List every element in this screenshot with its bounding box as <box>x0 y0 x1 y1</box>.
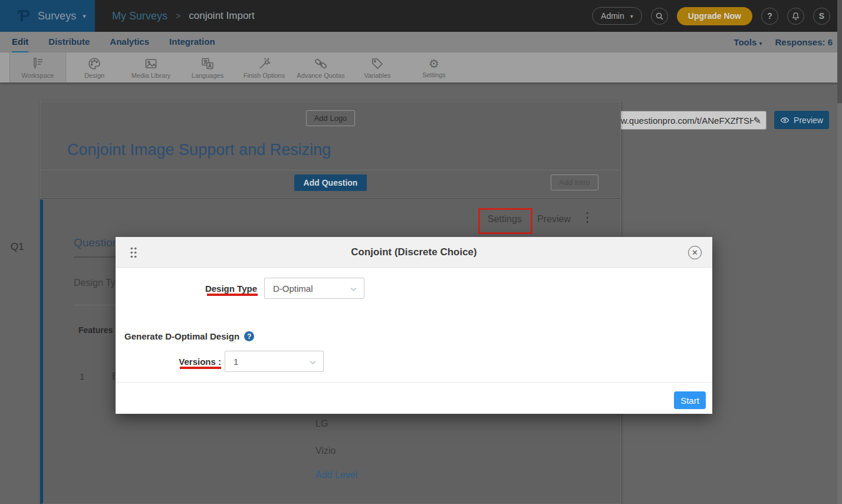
product-switcher[interactable]: Ƥ Surveys ▾ <box>0 0 95 32</box>
question-design-type-text: Design Typ <box>74 278 121 288</box>
notifications-button[interactable] <box>787 8 804 25</box>
user-avatar[interactable]: S <box>813 8 830 25</box>
caret-down-icon: ▾ <box>759 40 762 47</box>
design-type-label: Design Type <box>116 284 257 294</box>
finish-options-icon <box>257 57 271 71</box>
survey-preview-button[interactable]: Preview <box>774 111 829 129</box>
tab-distribute[interactable]: Distribute <box>48 32 90 52</box>
questionpro-survey-editor: Ƥ Surveys ▾ My Surveys > conjoint Import… <box>0 0 842 504</box>
breadcrumb-current-survey: conjoint Import <box>189 10 255 22</box>
add-intro-button[interactable]: Add Intro <box>551 174 598 190</box>
tools-menu[interactable]: Tools ▾ <box>734 37 762 47</box>
upgrade-now-button[interactable]: Upgrade Now <box>677 7 752 25</box>
level-item[interactable]: Vizio <box>315 446 336 456</box>
toolbar-media-library[interactable]: Media Library <box>123 52 179 83</box>
breadcrumb: My Surveys > conjoint Import <box>112 0 255 32</box>
search-button[interactable] <box>651 8 668 25</box>
help-button[interactable]: ? <box>761 8 778 25</box>
question-header-label: Question <box>74 236 119 249</box>
toolbar-languages[interactable]: Languages <box>179 52 236 83</box>
question-number-label: Q1 <box>11 241 24 253</box>
conjoint-settings-modal: Conjoint (Discrete Choice) ✕ Design Type… <box>116 237 712 414</box>
vertical-scrollbar[interactable] <box>837 0 842 504</box>
responses-count: Responses: 6 <box>775 37 833 47</box>
generate-heading-text: Generate D-Optimal Design <box>124 331 239 341</box>
question-preview-button[interactable]: Preview <box>537 214 571 225</box>
add-logo-button[interactable]: Add Logo <box>306 110 356 126</box>
design-type-value: D-Optimal <box>273 284 313 294</box>
settings-icon: ⚙ <box>429 57 439 70</box>
breadcrumb-separator: > <box>176 11 180 21</box>
toolbar-settings[interactable]: ⚙ Settings <box>406 52 462 83</box>
bell-icon <box>791 12 800 21</box>
modal-footer: Start <box>116 382 712 414</box>
modal-header: Conjoint (Discrete Choice) ✕ <box>116 237 712 268</box>
versions-annotation-underline <box>180 367 221 369</box>
caret-down-icon: ▾ <box>83 12 86 20</box>
product-name: Surveys <box>38 10 76 22</box>
variables-icon <box>370 57 384 71</box>
toolbar-label: Media Library <box>131 72 171 79</box>
tools-label: Tools <box>734 37 757 47</box>
caret-down-icon: ▾ <box>630 13 633 19</box>
tab-edit[interactable]: Edit <box>12 32 28 52</box>
question-mark-icon: ? <box>767 11 772 21</box>
modal-close-button[interactable]: ✕ <box>688 246 702 259</box>
toolbar-label: Finish Options <box>244 72 285 79</box>
features-column-header: Features <box>78 325 113 335</box>
tabs-right-group: Tools ▾ Responses: 6 <box>734 32 833 52</box>
versions-label: Versions : <box>116 357 221 367</box>
toolbar-label: Advance Quotas <box>297 72 344 79</box>
media-library-icon <box>144 57 158 71</box>
breadcrumb-my-surveys[interactable]: My Surveys <box>112 10 167 22</box>
questionpro-logo-icon: Ƥ <box>18 7 30 25</box>
feature-row-number: 1 <box>80 371 84 381</box>
navbar-actions: Admin ▾ Upgrade Now ? S <box>592 0 830 32</box>
edit-url-pencil-icon[interactable]: ✎ <box>754 115 761 126</box>
toolbar-cells: Workspace Design Media Library Languages… <box>9 52 462 83</box>
drag-handle-icon[interactable] <box>130 246 137 259</box>
chevron-down-icon <box>308 358 317 367</box>
toolbar-advance-quotas[interactable]: Advance Quotas <box>292 52 349 83</box>
admin-menu-button[interactable]: Admin ▾ <box>592 7 642 25</box>
divider <box>41 170 620 170</box>
help-icon[interactable]: ? <box>244 331 254 341</box>
settings-annotation-red-box <box>478 208 532 234</box>
toolbar-finish-options[interactable]: Finish Options <box>236 52 292 83</box>
design-type-select[interactable]: D-Optimal <box>264 278 364 299</box>
scrollbar-thumb[interactable] <box>837 0 842 103</box>
toolbar-label: Design <box>84 72 104 79</box>
start-button[interactable]: Start <box>674 391 706 409</box>
survey-title[interactable]: Conjoint Image Support and Resizing <box>67 141 331 159</box>
eye-icon <box>780 117 790 124</box>
toolbar-workspace[interactable]: Workspace <box>9 52 66 83</box>
design-type-annotation-underline <box>207 294 258 296</box>
toolbar-label: Settings <box>422 71 446 78</box>
survey-nav-tabs: Edit Distribute Analytics Integration <box>0 32 842 52</box>
design-icon <box>87 57 101 71</box>
chevron-down-icon <box>349 285 358 294</box>
add-level-link[interactable]: Add Level <box>315 470 357 480</box>
upgrade-label: Upgrade Now <box>688 11 741 21</box>
survey-header-card: Add Logo Conjoint Image Support and Resi… <box>40 101 621 198</box>
level-item[interactable]: LG <box>315 419 328 429</box>
workspace-icon <box>31 57 45 71</box>
close-icon: ✕ <box>692 248 698 257</box>
versions-select[interactable]: 1 <box>225 351 324 372</box>
toolbar-label: Workspace <box>22 72 54 79</box>
toolbar-variables[interactable]: Variables <box>349 52 406 83</box>
toolbar-design[interactable]: Design <box>66 52 123 83</box>
admin-label: Admin <box>601 11 624 21</box>
versions-value: 1 <box>233 357 238 367</box>
tab-integration[interactable]: Integration <box>169 32 215 52</box>
modal-title: Conjoint (Discrete Choice) <box>116 237 712 268</box>
tab-analytics[interactable]: Analytics <box>110 32 149 52</box>
languages-icon <box>200 57 215 71</box>
avatar-initial: S <box>819 11 824 21</box>
toolbar-label: Variables <box>364 72 390 79</box>
editor-toolbar: Workspace Design Media Library Languages… <box>0 52 842 83</box>
add-question-button[interactable]: Add Question <box>294 174 367 191</box>
kebab-menu-icon[interactable]: ⋮ <box>581 210 594 225</box>
toolbar-label: Languages <box>192 72 223 79</box>
search-icon <box>655 12 664 21</box>
